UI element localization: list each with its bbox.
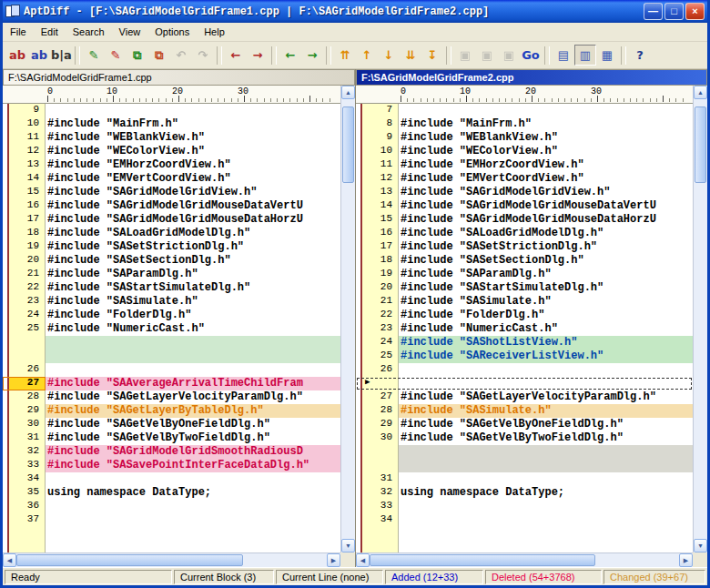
previous-difference-button[interactable]: ↑ — [356, 45, 378, 66]
code-line[interactable]: 30#include "SAGetVelByTwoFieldDlg.h" — [356, 431, 693, 445]
code-line[interactable]: 29#include "SAGetLayerByTableDlg.h" — [3, 404, 340, 418]
code-line[interactable]: 19#include "SASetStrictionDlg.h" — [3, 240, 340, 254]
vscroll-track[interactable] — [341, 99, 355, 539]
code-line[interactable]: 18#include "SALoadGridModelDlg.h" — [3, 227, 340, 240]
code-body[interactable]: 910#include "MainFrm.h"11#include "WEBla… — [3, 104, 340, 553]
scroll-right-button[interactable]: ▶ — [679, 553, 693, 567]
gap-row[interactable] — [356, 459, 693, 472]
code-line[interactable]: 32using namespace DataType; — [356, 486, 693, 500]
code-line[interactable]: 33#include "SASavePointInterFaceDataDlg.… — [3, 459, 340, 472]
left-pane-header[interactable]: F:\SAGridModelGridFrame1.cpp — [3, 69, 355, 86]
last-difference-button[interactable]: ⇊ — [400, 45, 421, 66]
code-line[interactable]: 27#include "SAAverageArrivalTimeChildFra… — [3, 377, 340, 390]
code-line[interactable]: 10#include "WEColorView.h" — [356, 145, 693, 158]
code-line[interactable]: 15#include "SAGridModelGridView.h" — [3, 186, 340, 199]
vertical-scrollbar[interactable]: ▲ ▼ — [693, 86, 707, 553]
code-line[interactable]: 11#include "EMHorzCoordView.h" — [356, 158, 693, 172]
compare-contents-button[interactable]: ab — [28, 45, 50, 66]
code-line[interactable]: 24#include "SAShotListView.h" — [356, 336, 693, 350]
code-line[interactable]: 35using namespace DataType; — [3, 486, 340, 500]
code-line[interactable]: 12#include "WEColorView.h" — [3, 145, 340, 158]
code-line[interactable]: 28#include "SASimulate.h" — [356, 404, 693, 418]
hscroll-thumb[interactable] — [16, 554, 243, 566]
hscroll-track[interactable] — [16, 553, 327, 567]
code-line[interactable]: 26 — [356, 363, 693, 377]
scroll-down-button[interactable]: ▼ — [341, 539, 355, 553]
menu-options[interactable]: Options — [147, 25, 197, 39]
code-line[interactable]: 37 — [3, 513, 340, 527]
horizontal-scrollbar[interactable]: ◀ ▶ — [3, 553, 340, 567]
code-line[interactable]: 18#include "SASetSectionDlg.h" — [356, 254, 693, 268]
code-line[interactable]: 17#include "SAGridModelGridMouseDataHorz… — [3, 213, 340, 227]
code-line[interactable]: 31 — [356, 472, 693, 486]
code-line[interactable]: 30#include "SAGetVelByOneFieldDlg.h" — [3, 418, 340, 431]
copy-block-right-button[interactable]: → — [247, 45, 269, 66]
code-line[interactable]: 29#include "SAGetVelByOneFieldDlg.h" — [356, 418, 693, 431]
code-line[interactable]: 31#include "SAGetVelByTwoFieldDlg.h" — [3, 431, 340, 445]
code-line[interactable]: 25#include "NumericCast.h" — [3, 322, 340, 336]
focus-left-pane-button[interactable]: ← — [279, 45, 301, 66]
code-line[interactable]: 12#include "EMVertCoordView.h" — [356, 172, 693, 186]
code-line[interactable]: 20#include "SAStartSimulateDlg.h" — [356, 281, 693, 295]
next-difference-button[interactable]: ↓ — [378, 45, 400, 66]
code-line[interactable]: 22#include "FolderDlg.h" — [356, 309, 693, 322]
code-line[interactable]: 23#include "NumericCast.h" — [356, 322, 693, 336]
gap-row[interactable]: ▶ — [356, 377, 693, 390]
focus-right-pane-button[interactable]: → — [301, 45, 323, 66]
code-line[interactable]: 9 — [3, 104, 340, 117]
code-line[interactable]: 21#include "SASimulate.h" — [356, 295, 693, 309]
edit-left-file-button[interactable]: ✎ — [83, 45, 105, 66]
code-line[interactable]: 24#include "FolderDlg.h" — [3, 309, 340, 322]
goto-line-button[interactable]: Go — [520, 45, 542, 66]
code-line[interactable]: 13#include "EMHorzCoordView.h" — [3, 158, 340, 172]
horizontal-split-view-button[interactable]: ▤ — [553, 45, 574, 66]
scroll-left-button[interactable]: ◀ — [356, 553, 370, 567]
four-pane-view-button[interactable]: ▦ — [596, 45, 618, 66]
code-line[interactable]: 14#include "EMVertCoordView.h" — [3, 172, 340, 186]
code-line[interactable]: 16#include "SAGridModelGridMouseDataVert… — [3, 199, 340, 213]
gap-row[interactable] — [356, 445, 693, 459]
current-difference-button[interactable]: ↧ — [421, 45, 443, 66]
gap-row[interactable] — [3, 350, 340, 363]
code-line[interactable]: 32#include "SAGridModelGridSmoothRadious… — [3, 445, 340, 459]
code-line[interactable]: 34 — [356, 513, 693, 527]
first-difference-button[interactable]: ⇈ — [334, 45, 356, 66]
menu-edit[interactable]: Edit — [34, 25, 66, 39]
code-body[interactable]: 78#include "MainFrm.h"9#include "WEBlank… — [356, 104, 693, 553]
edit-right-file-button[interactable]: ✎ — [105, 45, 127, 66]
code-line[interactable]: 8#include "MainFrm.h" — [356, 117, 693, 131]
code-line[interactable]: 22#include "SAStartSimulateDlg.h" — [3, 281, 340, 295]
scroll-left-button[interactable]: ◀ — [3, 553, 16, 567]
code-line[interactable]: 10#include "MainFrm.h" — [3, 117, 340, 131]
horizontal-scrollbar[interactable]: ◀ ▶ — [356, 553, 693, 567]
menu-file[interactable]: File — [3, 25, 34, 39]
hscroll-thumb[interactable] — [370, 554, 595, 566]
code-line[interactable]: 21#include "SAParamDlg.h" — [3, 268, 340, 281]
gap-row[interactable] — [3, 336, 340, 350]
compare-button[interactable]: ab — [6, 45, 28, 66]
help-button[interactable]: ? — [629, 45, 651, 66]
code-line[interactable]: 20#include "SASetSectionDlg.h" — [3, 254, 340, 268]
menu-help[interactable]: Help — [197, 25, 232, 39]
code-line[interactable]: 15#include "SAGridModelGridMouseDataHorz… — [356, 213, 693, 227]
code-line[interactable]: 26 — [3, 363, 340, 377]
code-line[interactable]: 7 — [356, 104, 693, 117]
app-icon[interactable] — [5, 5, 20, 18]
code-line[interactable]: 27#include "SAGetLayerVelocityParamDlg.h… — [356, 390, 693, 404]
vertical-scrollbar[interactable]: ▲ ▼ — [340, 86, 355, 553]
close-button[interactable]: × — [685, 3, 705, 20]
code-line[interactable]: 14#include "SAGridModelGridMouseDataVert… — [356, 199, 693, 213]
code-line[interactable]: 25#include "SAReceiverListView.h" — [356, 350, 693, 363]
code-line[interactable]: 11#include "WEBlankView.h" — [3, 131, 340, 145]
vscroll-track[interactable] — [694, 99, 707, 539]
scroll-down-button[interactable]: ▼ — [694, 539, 707, 553]
maximize-button[interactable]: □ — [664, 3, 684, 20]
code-line[interactable]: 33 — [356, 500, 693, 513]
swap-sides-button[interactable]: b|a — [50, 45, 72, 66]
find-next-button[interactable]: ⧉ — [148, 45, 170, 66]
minimize-button[interactable]: — — [644, 3, 663, 20]
right-pane-header[interactable]: F:\SAGridModelGridFrame2.cpp — [356, 69, 707, 86]
code-line[interactable]: 34 — [3, 472, 340, 486]
code-line[interactable]: 9#include "WEBlankView.h" — [356, 131, 693, 145]
scroll-up-button[interactable]: ▲ — [694, 86, 707, 99]
